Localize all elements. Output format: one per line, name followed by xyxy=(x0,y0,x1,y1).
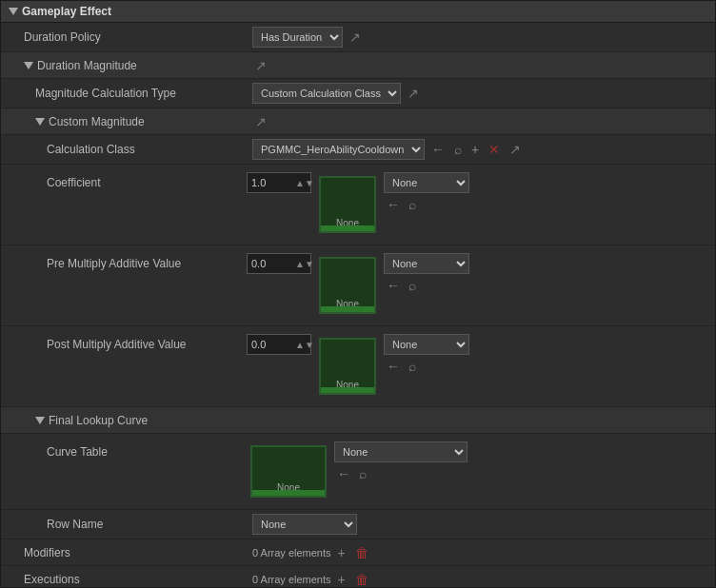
pre-multiply-input[interactable] xyxy=(248,258,293,269)
pre-multiply-none-select[interactable]: None xyxy=(384,253,469,274)
custom-magnitude-arrow[interactable] xyxy=(35,118,45,126)
post-multiply-none-select[interactable]: None xyxy=(384,334,469,355)
collapse-arrow[interactable] xyxy=(9,8,18,15)
duration-magnitude-row: Duration Magnitude ↗ xyxy=(1,52,715,79)
post-multiply-value-col: ▲▼ None None ← ⌕ xyxy=(247,328,715,404)
duration-policy-value-col: Has Duration Instant Infinite ↗ xyxy=(247,25,715,49)
pre-multiply-btn-row: ← ⌕ xyxy=(384,278,469,293)
coefficient-search-btn[interactable]: ⌕ xyxy=(406,197,419,212)
calc-class-back-btn[interactable]: ← xyxy=(428,142,448,157)
calc-class-search-btn[interactable]: ⌕ xyxy=(451,142,465,157)
post-multiply-bar xyxy=(321,387,374,393)
row-name-label: Row Name xyxy=(1,514,247,535)
coefficient-asset-box[interactable]: None xyxy=(319,176,376,233)
calculation-class-label: Calculation Class xyxy=(1,139,247,160)
modifiers-label: Modifiers xyxy=(1,542,247,563)
coefficient-bar xyxy=(321,225,374,231)
coefficient-dropdown-row: None xyxy=(384,172,469,193)
duration-magnitude-value: ↗ xyxy=(247,55,715,76)
modifiers-row: Modifiers 0 Array elements + 🗑 xyxy=(1,539,715,566)
post-multiply-btn-row: ← ⌕ xyxy=(384,359,469,374)
custom-magnitude-label: Custom Magnitude xyxy=(1,111,247,132)
curve-table-back-btn[interactable]: ← xyxy=(334,466,353,481)
duration-policy-select[interactable]: Has Duration Instant Infinite xyxy=(252,27,343,48)
pre-multiply-expand[interactable]: ▲▼ xyxy=(293,259,316,269)
row-name-value-col: None xyxy=(247,512,715,537)
curve-table-value-col: None None ← ⌕ xyxy=(247,436,715,507)
pre-multiply-bar xyxy=(321,306,374,312)
final-lookup-row: Final Lookup Curve xyxy=(1,407,715,434)
pre-multiply-search-btn[interactable]: ⌕ xyxy=(406,278,419,293)
calc-class-add-btn[interactable]: + xyxy=(468,142,482,157)
panel-header: Gameplay Effect xyxy=(1,1,715,23)
magnitude-calc-type-label: Magnitude Calculation Type xyxy=(1,83,247,104)
executions-value-col: 0 Array elements + 🗑 xyxy=(247,570,715,589)
curve-table-asset-box[interactable]: None xyxy=(250,445,327,498)
modifiers-value: 0 Array elements xyxy=(252,547,331,559)
post-multiply-dropdown-row: None xyxy=(384,334,469,355)
executions-row: Executions 0 Array elements + 🗑 xyxy=(1,566,715,588)
curve-table-controls: None ← ⌕ xyxy=(334,441,467,481)
coefficient-value-col: ▲▼ None None ← ⌕ xyxy=(247,167,715,243)
duration-policy-label: Duration Policy xyxy=(1,27,247,48)
coefficient-input[interactable] xyxy=(248,177,293,188)
coefficient-expand[interactable]: ▲▼ xyxy=(293,178,316,188)
executions-add-btn[interactable]: + xyxy=(335,572,348,587)
curve-table-row: Curve Table None None ← ⌕ xyxy=(1,434,715,510)
magnitude-calc-type-value-col: Custom Calculation Class Scalable Float … xyxy=(247,81,715,106)
pre-multiply-asset-box[interactable]: None xyxy=(319,257,376,314)
magnitude-calc-link[interactable]: ↗ xyxy=(405,85,422,102)
magnitude-calc-type-select[interactable]: Custom Calculation Class Scalable Float … xyxy=(252,83,401,104)
coefficient-controls: None ← ⌕ xyxy=(384,172,469,212)
coefficient-none-select[interactable]: None xyxy=(384,172,469,193)
calculation-class-value-col: PGMMC_HeroAbilityCooldown ← ⌕ + ✕ ↗ xyxy=(247,137,715,162)
coefficient-btn-row: ← ⌕ xyxy=(384,197,469,212)
custom-magnitude-value: ↗ xyxy=(247,111,715,132)
calc-class-clear-btn[interactable]: ✕ xyxy=(486,142,503,157)
final-lookup-label: Final Lookup Curve xyxy=(1,410,247,431)
modifiers-add-btn[interactable]: + xyxy=(335,545,348,560)
coefficient-back-btn[interactable]: ← xyxy=(384,197,403,212)
post-multiply-expand[interactable]: ▲▼ xyxy=(293,340,316,350)
post-multiply-label: Post Multiply Additive Value xyxy=(1,328,247,355)
executions-delete-btn[interactable]: 🗑 xyxy=(352,572,371,587)
pre-multiply-value-col: ▲▼ None None ← ⌕ xyxy=(247,247,715,323)
row-name-select[interactable]: None xyxy=(252,514,357,535)
final-lookup-arrow[interactable] xyxy=(35,417,45,424)
modifiers-delete-btn[interactable]: 🗑 xyxy=(352,545,371,560)
curve-table-dropdown-row: None xyxy=(334,441,467,462)
row-name-row: Row Name None xyxy=(1,510,715,539)
pre-multiply-row: Pre Multiply Additive Value ▲▼ None None… xyxy=(1,245,715,326)
modifiers-value-col: 0 Array elements + 🗑 xyxy=(247,543,715,562)
duration-policy-row: Duration Policy Has Duration Instant Inf… xyxy=(1,23,715,52)
pre-multiply-dropdown-row: None xyxy=(384,253,469,274)
duration-magnitude-label: Duration Magnitude xyxy=(1,55,247,76)
duration-policy-link-icon[interactable]: ↗ xyxy=(347,29,364,46)
post-multiply-row: Post Multiply Additive Value ▲▼ None Non… xyxy=(1,326,715,407)
curve-table-none-select[interactable]: None xyxy=(334,441,467,462)
final-lookup-value xyxy=(247,419,715,422)
coefficient-label: Coefficient xyxy=(1,167,247,193)
custom-magnitude-link[interactable]: ↗ xyxy=(252,113,269,130)
pre-multiply-label: Pre Multiply Additive Value xyxy=(1,247,247,274)
duration-magnitude-arrow[interactable] xyxy=(24,62,33,69)
calc-class-link[interactable]: ↗ xyxy=(507,141,524,158)
curve-table-btn-row: ← ⌕ xyxy=(334,466,467,481)
panel-title: Gameplay Effect xyxy=(22,5,111,18)
coefficient-input-wrap: ▲▼ xyxy=(247,172,311,193)
post-multiply-controls: None ← ⌕ xyxy=(384,334,469,374)
coefficient-row: Coefficient ▲▼ None None ← ⌕ xyxy=(1,165,715,245)
executions-value: 0 Array elements xyxy=(252,574,331,585)
post-multiply-back-btn[interactable]: ← xyxy=(384,359,403,374)
pre-multiply-back-btn[interactable]: ← xyxy=(384,278,403,293)
curve-table-search-btn[interactable]: ⌕ xyxy=(356,466,369,481)
post-multiply-asset-box[interactable]: None xyxy=(319,338,376,395)
post-multiply-input-wrap: ▲▼ xyxy=(247,334,311,355)
duration-magnitude-link[interactable]: ↗ xyxy=(252,57,269,74)
custom-magnitude-row: Custom Magnitude ↗ xyxy=(1,108,715,135)
calculation-class-select[interactable]: PGMMC_HeroAbilityCooldown xyxy=(252,139,425,160)
pre-multiply-input-wrap: ▲▼ xyxy=(247,253,311,274)
executions-label: Executions xyxy=(1,569,247,589)
post-multiply-search-btn[interactable]: ⌕ xyxy=(406,359,419,374)
post-multiply-input[interactable] xyxy=(248,339,293,350)
